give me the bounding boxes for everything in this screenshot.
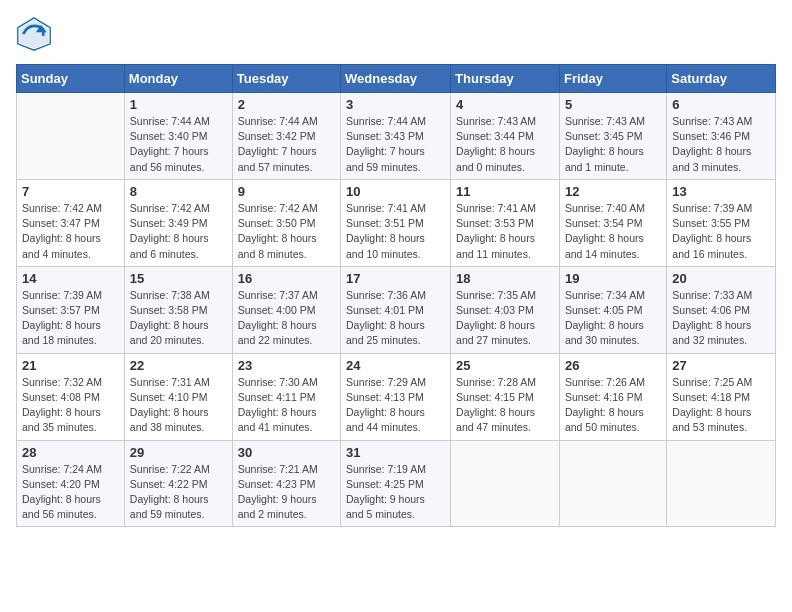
- calendar-cell: 16Sunrise: 7:37 AM Sunset: 4:00 PM Dayli…: [232, 266, 340, 353]
- calendar-cell: 4Sunrise: 7:43 AM Sunset: 3:44 PM Daylig…: [451, 93, 560, 180]
- day-info: Sunrise: 7:44 AM Sunset: 3:40 PM Dayligh…: [130, 114, 227, 175]
- calendar-header-row: SundayMondayTuesdayWednesdayThursdayFrid…: [17, 65, 776, 93]
- calendar-cell: 1Sunrise: 7:44 AM Sunset: 3:40 PM Daylig…: [124, 93, 232, 180]
- day-number: 12: [565, 184, 661, 199]
- calendar-cell: 17Sunrise: 7:36 AM Sunset: 4:01 PM Dayli…: [341, 266, 451, 353]
- calendar-cell: 30Sunrise: 7:21 AM Sunset: 4:23 PM Dayli…: [232, 440, 340, 527]
- calendar-week-row: 28Sunrise: 7:24 AM Sunset: 4:20 PM Dayli…: [17, 440, 776, 527]
- day-info: Sunrise: 7:39 AM Sunset: 3:55 PM Dayligh…: [672, 201, 770, 262]
- calendar-cell: 6Sunrise: 7:43 AM Sunset: 3:46 PM Daylig…: [667, 93, 776, 180]
- calendar-cell: 9Sunrise: 7:42 AM Sunset: 3:50 PM Daylig…: [232, 179, 340, 266]
- calendar-cell: 5Sunrise: 7:43 AM Sunset: 3:45 PM Daylig…: [559, 93, 666, 180]
- day-number: 13: [672, 184, 770, 199]
- day-info: Sunrise: 7:42 AM Sunset: 3:50 PM Dayligh…: [238, 201, 335, 262]
- header-day-monday: Monday: [124, 65, 232, 93]
- day-number: 30: [238, 445, 335, 460]
- day-number: 17: [346, 271, 445, 286]
- day-number: 19: [565, 271, 661, 286]
- header-day-tuesday: Tuesday: [232, 65, 340, 93]
- day-number: 21: [22, 358, 119, 373]
- header-day-wednesday: Wednesday: [341, 65, 451, 93]
- day-number: 23: [238, 358, 335, 373]
- header-day-sunday: Sunday: [17, 65, 125, 93]
- calendar-cell: 8Sunrise: 7:42 AM Sunset: 3:49 PM Daylig…: [124, 179, 232, 266]
- calendar-cell: 25Sunrise: 7:28 AM Sunset: 4:15 PM Dayli…: [451, 353, 560, 440]
- day-number: 1: [130, 97, 227, 112]
- day-number: 29: [130, 445, 227, 460]
- day-number: 28: [22, 445, 119, 460]
- calendar-cell: 19Sunrise: 7:34 AM Sunset: 4:05 PM Dayli…: [559, 266, 666, 353]
- header-day-friday: Friday: [559, 65, 666, 93]
- calendar-cell: 2Sunrise: 7:44 AM Sunset: 3:42 PM Daylig…: [232, 93, 340, 180]
- day-info: Sunrise: 7:29 AM Sunset: 4:13 PM Dayligh…: [346, 375, 445, 436]
- day-info: Sunrise: 7:39 AM Sunset: 3:57 PM Dayligh…: [22, 288, 119, 349]
- calendar-cell: 23Sunrise: 7:30 AM Sunset: 4:11 PM Dayli…: [232, 353, 340, 440]
- day-info: Sunrise: 7:26 AM Sunset: 4:16 PM Dayligh…: [565, 375, 661, 436]
- calendar-cell: 7Sunrise: 7:42 AM Sunset: 3:47 PM Daylig…: [17, 179, 125, 266]
- day-info: Sunrise: 7:25 AM Sunset: 4:18 PM Dayligh…: [672, 375, 770, 436]
- day-info: Sunrise: 7:31 AM Sunset: 4:10 PM Dayligh…: [130, 375, 227, 436]
- calendar-cell: 18Sunrise: 7:35 AM Sunset: 4:03 PM Dayli…: [451, 266, 560, 353]
- calendar-week-row: 21Sunrise: 7:32 AM Sunset: 4:08 PM Dayli…: [17, 353, 776, 440]
- header: [16, 16, 776, 52]
- day-number: 22: [130, 358, 227, 373]
- calendar-week-row: 14Sunrise: 7:39 AM Sunset: 3:57 PM Dayli…: [17, 266, 776, 353]
- day-info: Sunrise: 7:44 AM Sunset: 3:42 PM Dayligh…: [238, 114, 335, 175]
- day-number: 6: [672, 97, 770, 112]
- day-info: Sunrise: 7:43 AM Sunset: 3:44 PM Dayligh…: [456, 114, 554, 175]
- calendar-cell: 13Sunrise: 7:39 AM Sunset: 3:55 PM Dayli…: [667, 179, 776, 266]
- calendar-cell: [559, 440, 666, 527]
- calendar-cell: 22Sunrise: 7:31 AM Sunset: 4:10 PM Dayli…: [124, 353, 232, 440]
- calendar-cell: 31Sunrise: 7:19 AM Sunset: 4:25 PM Dayli…: [341, 440, 451, 527]
- day-info: Sunrise: 7:42 AM Sunset: 3:49 PM Dayligh…: [130, 201, 227, 262]
- calendar-table: SundayMondayTuesdayWednesdayThursdayFrid…: [16, 64, 776, 527]
- calendar-cell: 24Sunrise: 7:29 AM Sunset: 4:13 PM Dayli…: [341, 353, 451, 440]
- day-number: 16: [238, 271, 335, 286]
- day-number: 8: [130, 184, 227, 199]
- day-number: 9: [238, 184, 335, 199]
- day-info: Sunrise: 7:19 AM Sunset: 4:25 PM Dayligh…: [346, 462, 445, 523]
- calendar-cell: 12Sunrise: 7:40 AM Sunset: 3:54 PM Dayli…: [559, 179, 666, 266]
- header-day-thursday: Thursday: [451, 65, 560, 93]
- calendar-cell: [451, 440, 560, 527]
- day-number: 14: [22, 271, 119, 286]
- day-number: 11: [456, 184, 554, 199]
- day-info: Sunrise: 7:43 AM Sunset: 3:45 PM Dayligh…: [565, 114, 661, 175]
- day-info: Sunrise: 7:38 AM Sunset: 3:58 PM Dayligh…: [130, 288, 227, 349]
- logo-icon: [16, 16, 52, 52]
- calendar-cell: 11Sunrise: 7:41 AM Sunset: 3:53 PM Dayli…: [451, 179, 560, 266]
- day-info: Sunrise: 7:40 AM Sunset: 3:54 PM Dayligh…: [565, 201, 661, 262]
- day-info: Sunrise: 7:44 AM Sunset: 3:43 PM Dayligh…: [346, 114, 445, 175]
- day-info: Sunrise: 7:36 AM Sunset: 4:01 PM Dayligh…: [346, 288, 445, 349]
- calendar-cell: 29Sunrise: 7:22 AM Sunset: 4:22 PM Dayli…: [124, 440, 232, 527]
- day-number: 3: [346, 97, 445, 112]
- calendar-cell: 3Sunrise: 7:44 AM Sunset: 3:43 PM Daylig…: [341, 93, 451, 180]
- day-info: Sunrise: 7:41 AM Sunset: 3:51 PM Dayligh…: [346, 201, 445, 262]
- calendar-cell: 10Sunrise: 7:41 AM Sunset: 3:51 PM Dayli…: [341, 179, 451, 266]
- day-info: Sunrise: 7:22 AM Sunset: 4:22 PM Dayligh…: [130, 462, 227, 523]
- day-info: Sunrise: 7:30 AM Sunset: 4:11 PM Dayligh…: [238, 375, 335, 436]
- day-number: 20: [672, 271, 770, 286]
- day-number: 26: [565, 358, 661, 373]
- day-number: 4: [456, 97, 554, 112]
- calendar-cell: 15Sunrise: 7:38 AM Sunset: 3:58 PM Dayli…: [124, 266, 232, 353]
- day-number: 24: [346, 358, 445, 373]
- day-number: 7: [22, 184, 119, 199]
- day-number: 31: [346, 445, 445, 460]
- calendar-cell: [667, 440, 776, 527]
- calendar-cell: 21Sunrise: 7:32 AM Sunset: 4:08 PM Dayli…: [17, 353, 125, 440]
- header-day-saturday: Saturday: [667, 65, 776, 93]
- day-info: Sunrise: 7:43 AM Sunset: 3:46 PM Dayligh…: [672, 114, 770, 175]
- calendar-cell: 27Sunrise: 7:25 AM Sunset: 4:18 PM Dayli…: [667, 353, 776, 440]
- day-number: 5: [565, 97, 661, 112]
- day-info: Sunrise: 7:24 AM Sunset: 4:20 PM Dayligh…: [22, 462, 119, 523]
- day-info: Sunrise: 7:32 AM Sunset: 4:08 PM Dayligh…: [22, 375, 119, 436]
- day-number: 27: [672, 358, 770, 373]
- logo: [16, 16, 58, 52]
- calendar-week-row: 7Sunrise: 7:42 AM Sunset: 3:47 PM Daylig…: [17, 179, 776, 266]
- day-info: Sunrise: 7:28 AM Sunset: 4:15 PM Dayligh…: [456, 375, 554, 436]
- calendar-cell: 28Sunrise: 7:24 AM Sunset: 4:20 PM Dayli…: [17, 440, 125, 527]
- calendar-cell: 26Sunrise: 7:26 AM Sunset: 4:16 PM Dayli…: [559, 353, 666, 440]
- calendar-cell: 14Sunrise: 7:39 AM Sunset: 3:57 PM Dayli…: [17, 266, 125, 353]
- day-number: 18: [456, 271, 554, 286]
